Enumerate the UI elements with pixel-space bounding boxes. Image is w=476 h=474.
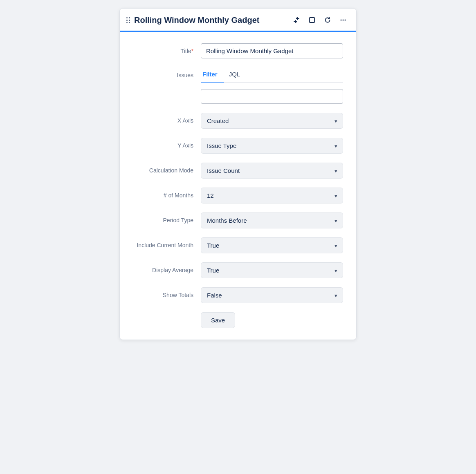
- show-totals-label: Show Totals: [131, 287, 201, 300]
- issues-label: Issues: [131, 67, 201, 80]
- save-spacer: [131, 318, 201, 322]
- show-totals-control: True False ▾: [201, 287, 343, 303]
- gadget-panel: Rolling Window Monthly Gadget: [119, 8, 357, 340]
- include-current-select[interactable]: True False: [201, 237, 343, 253]
- calc-mode-select[interactable]: Issue Count Story Points Time Spent: [201, 163, 343, 179]
- filter-search-input[interactable]: [201, 89, 343, 104]
- yaxis-select[interactable]: Issue Type Priority Assignee Status: [201, 138, 343, 154]
- header-actions: [292, 15, 348, 25]
- show-totals-select[interactable]: True False: [201, 287, 343, 303]
- issues-tabs: Filter JQL: [201, 67, 343, 83]
- save-button[interactable]: Save: [201, 312, 235, 328]
- header-left: Rolling Window Monthly Gadget: [126, 16, 259, 25]
- tab-filter[interactable]: Filter: [201, 67, 224, 82]
- xaxis-control: Created Updated Resolved Due Date ▾: [201, 113, 343, 129]
- period-type-select-wrapper: Months Before Months After ▾: [201, 212, 343, 228]
- yaxis-row: Y Axis Issue Type Priority Assignee Stat…: [131, 138, 343, 154]
- period-type-control: Months Before Months After ▾: [201, 212, 343, 228]
- svg-point-1: [341, 20, 342, 21]
- include-current-label: Include Current Month: [131, 237, 201, 250]
- tab-jql[interactable]: JQL: [227, 67, 247, 82]
- months-select[interactable]: 1234 5678 9101112 1824: [201, 188, 343, 203]
- save-row: Save: [131, 312, 343, 328]
- issues-control: Filter JQL: [201, 67, 343, 104]
- calc-mode-row: Calculation Mode Issue Count Story Point…: [131, 163, 343, 179]
- xaxis-row: X Axis Created Updated Resolved Due Date…: [131, 113, 343, 129]
- period-type-label: Period Type: [131, 212, 201, 225]
- title-row: Title*: [131, 43, 343, 58]
- calc-mode-select-wrapper: Issue Count Story Points Time Spent ▾: [201, 163, 343, 179]
- maximize-icon: [308, 16, 316, 24]
- months-row: # of Months 1234 5678 9101112 1824 ▾: [131, 188, 343, 203]
- include-current-select-wrapper: True False ▾: [201, 237, 343, 253]
- drag-handle-icon[interactable]: [126, 17, 130, 23]
- display-avg-label: Display Average: [131, 262, 201, 275]
- gadget-body: Title* Issues Filter JQL X Axis: [120, 32, 356, 340]
- display-avg-select-wrapper: True False ▾: [201, 262, 343, 278]
- refresh-button[interactable]: [323, 15, 332, 25]
- period-type-row: Period Type Months Before Months After ▾: [131, 212, 343, 228]
- calc-mode-control: Issue Count Story Points Time Spent ▾: [201, 163, 343, 179]
- display-avg-row: Display Average True False ▾: [131, 262, 343, 278]
- months-select-wrapper: 1234 5678 9101112 1824 ▾: [201, 188, 343, 203]
- title-control: [201, 43, 343, 58]
- more-icon: [339, 16, 347, 24]
- display-avg-control: True False ▾: [201, 262, 343, 278]
- refresh-icon: [323, 16, 332, 24]
- more-options-button[interactable]: [338, 15, 348, 25]
- include-current-row: Include Current Month True False ▾: [131, 237, 343, 253]
- months-label: # of Months: [131, 188, 201, 200]
- yaxis-label: Y Axis: [131, 138, 201, 150]
- svg-point-3: [345, 20, 346, 21]
- issues-row: Issues Filter JQL: [131, 67, 343, 104]
- xaxis-select-wrapper: Created Updated Resolved Due Date ▾: [201, 113, 343, 129]
- xaxis-select[interactable]: Created Updated Resolved Due Date: [201, 113, 343, 129]
- save-control: Save: [201, 312, 343, 328]
- display-avg-select[interactable]: True False: [201, 262, 343, 278]
- show-totals-select-wrapper: True False ▾: [201, 287, 343, 303]
- months-control: 1234 5678 9101112 1824 ▾: [201, 188, 343, 203]
- include-current-control: True False ▾: [201, 237, 343, 253]
- maximize-button[interactable]: [307, 15, 317, 25]
- gadget-header: Rolling Window Monthly Gadget: [120, 9, 356, 32]
- shrink-button[interactable]: [292, 15, 301, 25]
- gadget-title: Rolling Window Monthly Gadget: [134, 16, 259, 25]
- svg-point-2: [343, 20, 344, 21]
- title-input[interactable]: [201, 43, 343, 58]
- svg-rect-0: [310, 18, 314, 22]
- calc-mode-label: Calculation Mode: [131, 163, 201, 175]
- period-type-select[interactable]: Months Before Months After: [201, 212, 343, 228]
- yaxis-select-wrapper: Issue Type Priority Assignee Status ▾: [201, 138, 343, 154]
- show-totals-row: Show Totals True False ▾: [131, 287, 343, 303]
- yaxis-control: Issue Type Priority Assignee Status ▾: [201, 138, 343, 154]
- title-label: Title*: [131, 43, 201, 56]
- xaxis-label: X Axis: [131, 113, 201, 125]
- shrink-icon: [292, 16, 301, 24]
